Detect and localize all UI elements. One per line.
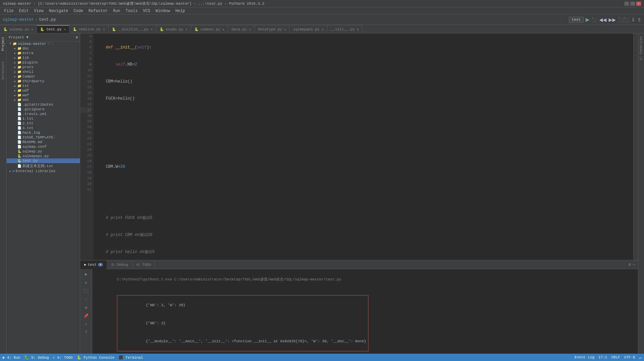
status-encoding[interactable]: UTF-8 [624,355,635,360]
favorites-label[interactable]: 2: Favorites [639,33,644,63]
tree-item-sqlmapconf[interactable]: 📄 sqlmap.conf [7,144,80,149]
tree-item-waf[interactable]: ▶ 📁 waf [7,93,80,98]
step-over-button[interactable]: ◀◀ [599,17,607,22]
status-position[interactable]: 17:1 [599,355,607,360]
run-button[interactable]: ▶ [586,16,590,23]
menu-tools[interactable]: Tools [123,8,140,14]
tab-close-enums[interactable]: ✕ [185,27,187,31]
step-out-button[interactable]: ⬛⬛ [618,17,629,22]
tree-item-testpy[interactable]: 🐍 test.py [7,158,80,163]
menu-help[interactable]: Help [173,8,188,14]
code-editor[interactable]: 4 5 6 7 8 9 10 11 12 13 14 15 16 17 18 1… [80,33,638,260]
menu-edit[interactable]: Edit [16,8,31,14]
tab-close-test[interactable]: ✕ [64,27,66,31]
tree-item-travis[interactable]: 📄 .travis.yml [7,112,80,116]
breadcrumb-file[interactable]: test.py [39,17,56,22]
tree-item-extra[interactable]: ▶ 📁 extra [7,51,80,55]
tab-close-data[interactable]: ✕ [249,27,251,31]
menu-view[interactable]: View [31,8,46,14]
tab-close-datatype[interactable]: ✕ [284,27,286,31]
tab-builtin-py[interactable]: 🐍 __builtin__.py ✕ [109,25,156,33]
status-terminal[interactable]: ⬛ Terminal [119,355,143,360]
tree-item-newtxt[interactable]: 📄 新建文本文档.txt [7,163,80,169]
run-tab[interactable]: ▶ test 4 [80,260,107,269]
tab-close-sqlmapapi[interactable]: ✕ [322,27,324,31]
project-tab-label[interactable]: Project [1,35,6,53]
tab-test-py[interactable]: 🐍 test.py ✕ [37,25,69,33]
tab-close-sqlmap[interactable]: ✕ [31,27,33,31]
menu-window[interactable]: Window [153,8,173,14]
tree-item-plugins[interactable]: ▶ 📁 plugins [7,60,80,65]
tree-item-udf[interactable]: ▶ 📁 udf [7,88,80,93]
maximize-button[interactable]: □ [630,1,635,6]
run-close-button[interactable]: ✕ [83,321,90,328]
tree-item-root[interactable]: ▼ 📁 sqlmap-master C:\ [7,41,80,46]
menu-navigate[interactable]: Navigate [46,8,71,14]
tree-item-issue[interactable]: 📄 ISSUE_TEMPLATE. [7,135,80,140]
tree-item-1txt[interactable]: 📄 1.txt [7,116,80,121]
tree-item-lib[interactable]: ▶ 📁 lib [7,55,80,60]
tab-close-cmdline[interactable]: ✕ [103,27,105,31]
stop-button[interactable]: ⇧ [637,17,641,22]
tree-item-sqlmappy[interactable]: 🐍 sqlmap.py [7,149,80,154]
tree-item-xml[interactable]: ▶ 📁 xml [7,98,80,102]
bottom-minimize-icon[interactable]: ─ [633,262,635,267]
tab-common-py[interactable]: 🐍 common.py ✕ [191,25,228,33]
tab-close-init[interactable]: ✕ [357,27,359,31]
tree-item-readme[interactable]: 📄 README.md [7,140,80,144]
code-content[interactable]: def __init__(self): self.NB=2 CBM=hello(… [94,33,633,260]
tree-item-shell[interactable]: ▶ 📁 shell [7,70,80,74]
status-indent[interactable]: ↵ [639,355,641,360]
tab-close-builtin[interactable]: ✕ [151,27,153,31]
run-settings-button[interactable]: ⚙ [83,304,90,311]
rerun-button[interactable]: ⇩ [631,17,635,22]
menu-vcs[interactable]: VCS [140,8,153,14]
run-rerun-button[interactable]: ↻ [83,279,90,286]
tree-item-procs[interactable]: ▶ 📁 procs [7,65,80,70]
bottom-gear-icon[interactable]: ⚙ [629,262,631,267]
tab-cmdline-py[interactable]: 🐍 cmdline.py ✕ [69,25,109,33]
tab-data-py[interactable]: data.py ✕ [228,25,255,33]
tree-item-txt[interactable]: ▶ 📁 txt [7,84,80,88]
run-stop-button[interactable]: ⬛ [83,287,90,294]
tree-item-sqlmapapipy[interactable]: 🐍 sqlmapapi.py [7,154,80,158]
tab-sqlmapapi-py[interactable]: sqlmapapi.py ✕ [290,25,327,33]
status-python-console[interactable]: 🐍 Python Console [77,355,115,360]
tree-item-tamper[interactable]: ▶ 📁 tamper [7,74,80,79]
menu-file[interactable]: File [1,8,16,14]
tab-init-py[interactable]: __init__.py ✕ [327,25,363,33]
tree-item-doc[interactable]: ▶ 📁 doc [7,46,80,51]
tree-item-2txt[interactable]: 📄 2.txt [7,121,80,126]
run-scroll-button[interactable]: ↓ [83,295,90,303]
tree-item-gitignore[interactable]: 📄 .gitignore [7,107,80,112]
step-into-button[interactable]: ▶▶ [609,17,616,22]
project-gear-icon[interactable]: ⚙ [75,35,78,39]
debug-tab[interactable]: 5: Debug [107,260,132,269]
run-play-button[interactable]: ▶ [83,270,90,278]
tab-sqlmap-py[interactable]: 🐍 sqlmap.py ✕ [0,25,37,33]
tree-item-thirdparty[interactable]: ▶ 📁 thirdparty [7,79,80,84]
menu-code[interactable]: Code [71,8,86,14]
tree-item-hacklog[interactable]: 📄 hack.log [7,130,80,135]
status-todo[interactable]: ✓ 6: TODO [53,355,72,360]
tree-item-extlibs[interactable]: ▶ ⚙ External Libraries [7,169,80,173]
tree-item-gitattributes[interactable]: 📄 .gitattributes [7,102,80,107]
tab-close-common[interactable]: ✕ [222,27,224,31]
run-pin-button[interactable]: 📌 [83,312,90,320]
minimize-button[interactable]: ─ [624,1,629,6]
status-event-log[interactable]: Event Log [575,355,594,360]
status-debug[interactable]: 🐛 5: Debug [24,355,49,360]
status-run[interactable]: ▶ 4: Run [3,355,20,360]
tree-item-3txt[interactable]: 📄 3.txt [7,126,80,130]
tab-datatype-py[interactable]: datatype.py ✕ [255,25,290,33]
menu-refactor[interactable]: Refactor [86,8,111,14]
close-button[interactable]: ✕ [636,1,641,6]
menu-run[interactable]: Run [110,8,123,14]
run-help-button[interactable]: ? [83,329,90,336]
run-config-selector[interactable]: test [569,17,584,23]
todo-tab[interactable]: 6: TODO [133,260,156,269]
structure-tab-label[interactable]: Structure [1,59,6,82]
tab-enums-py[interactable]: 🐍 enums.py ✕ [156,25,191,33]
right-scrollbar[interactable] [633,33,638,260]
status-crlf[interactable]: CRLF [611,355,620,360]
